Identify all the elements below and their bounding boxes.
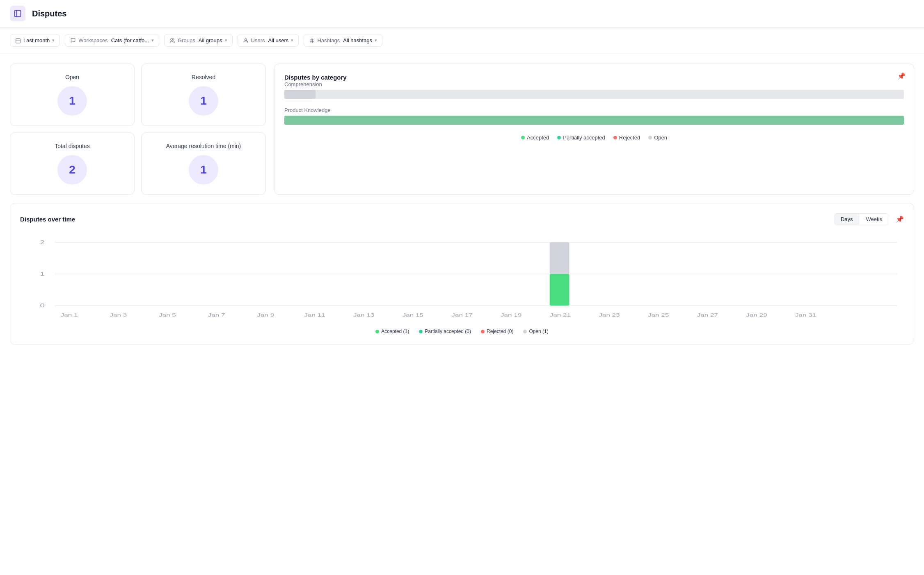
chart-rejected-dot — [481, 330, 485, 333]
total-stat-label: Total disputes — [55, 143, 90, 149]
users-filter-value: All users — [268, 37, 289, 43]
comprehension-bar-row: Comprehension — [284, 81, 904, 99]
legend-rejected-label: Rejected — [619, 135, 640, 141]
svg-text:0: 0 — [40, 302, 44, 308]
sidebar-toggle-button[interactable] — [10, 6, 25, 21]
legend-open: Open — [648, 135, 667, 141]
chart-legend-open: Open (1) — [523, 329, 548, 334]
filter-bar: Last month ▾ Workspaces Cats (for catfo.… — [0, 27, 924, 54]
svg-text:Jan 27: Jan 27 — [697, 313, 718, 318]
disputes-by-category-card: Disputes by category 📌 Comprehension Pro… — [274, 64, 914, 195]
open-stat-card: Open 1 — [10, 64, 135, 126]
time-chart-svg: 2 1 0 Jan 1 Jan 3 Jan 5 Jan 7 Jan 9 Jan … — [20, 233, 904, 324]
pin-icon-time[interactable]: 📌 — [896, 215, 904, 223]
product-knowledge-bar-row: Product Knowledge — [284, 107, 904, 125]
resolved-stat-value: 1 — [200, 94, 207, 107]
legend-partial-label: Partially accepted — [563, 135, 605, 141]
total-stat-value: 2 — [69, 163, 75, 176]
time-toggle: Days Weeks — [834, 213, 889, 225]
open-stat-circle: 1 — [57, 86, 87, 116]
time-filter-button[interactable]: Last month ▾ — [10, 34, 60, 47]
legend-open-label: Open — [654, 135, 667, 141]
legend-rejected: Rejected — [613, 135, 640, 141]
stat-cards: Open 1 Resolved 1 Total disputes 2 Avera… — [10, 64, 266, 195]
chart-legend-accepted: Accepted (1) — [375, 329, 409, 334]
accepted-dot — [521, 136, 525, 139]
users-filter-button[interactable]: Users All users ▾ — [238, 34, 299, 47]
comprehension-bar-track — [284, 90, 904, 99]
category-legend: Accepted Partially accepted Rejected Ope… — [284, 135, 904, 141]
svg-rect-0 — [15, 11, 21, 17]
product-knowledge-bar-fill — [284, 116, 904, 125]
chart-accepted-label: Accepted (1) — [381, 329, 409, 334]
groups-icon — [169, 38, 175, 43]
page-title: Disputes — [32, 9, 66, 18]
legend-partial: Partially accepted — [557, 135, 605, 141]
flag-icon — [70, 38, 76, 43]
open-bar — [550, 242, 569, 274]
svg-line-11 — [311, 38, 311, 43]
svg-text:Jan 21: Jan 21 — [550, 313, 571, 318]
avg-stat-circle: 1 — [189, 155, 218, 185]
avg-stat-card: Average resolution time (min) 1 — [141, 132, 266, 195]
accepted-bar — [550, 274, 569, 306]
open-stat-label: Open — [65, 74, 79, 80]
partial-dot — [557, 136, 561, 139]
time-card-header: Disputes over time Days Weeks 📌 — [20, 213, 904, 225]
chart-partial-label: Partially accepted (0) — [425, 329, 471, 334]
resolved-stat-card: Resolved 1 — [141, 64, 266, 126]
chevron-down-icon: ▾ — [151, 38, 154, 43]
users-icon — [243, 38, 249, 43]
pin-icon[interactable]: 📌 — [897, 72, 906, 80]
legend-accepted-label: Accepted — [527, 135, 549, 141]
svg-text:Jan 3: Jan 3 — [110, 313, 127, 318]
total-stat-card: Total disputes 2 — [10, 132, 135, 195]
svg-text:Jan 15: Jan 15 — [403, 313, 423, 318]
open-stat-value: 1 — [69, 94, 75, 107]
chevron-down-icon: ▾ — [291, 38, 293, 43]
calendar-icon — [15, 38, 21, 43]
chart-legend-partial: Partially accepted (0) — [419, 329, 471, 334]
chart-legend: Accepted (1) Partially accepted (0) Reje… — [20, 329, 904, 334]
chevron-down-icon: ▾ — [375, 38, 377, 43]
open-dot — [648, 136, 652, 139]
svg-rect-2 — [16, 39, 21, 43]
svg-text:2: 2 — [40, 239, 44, 245]
svg-line-12 — [313, 38, 313, 43]
svg-text:Jan 13: Jan 13 — [353, 313, 374, 318]
chart-partial-dot — [419, 330, 423, 333]
avg-stat-label: Average resolution time (min) — [166, 143, 241, 149]
total-stat-circle: 2 — [57, 155, 87, 185]
chevron-down-icon: ▾ — [52, 38, 55, 43]
rejected-dot — [613, 136, 617, 139]
chart-open-dot — [523, 330, 527, 333]
main-content: Open 1 Resolved 1 Total disputes 2 Avera… — [0, 54, 924, 354]
workspaces-filter-value: Cats (for catfo... — [111, 37, 149, 43]
hashtags-filter-value: All hashtags — [343, 37, 372, 43]
svg-text:Jan 9: Jan 9 — [257, 313, 274, 318]
comprehension-label: Comprehension — [284, 81, 904, 87]
weeks-toggle-button[interactable]: Weeks — [860, 214, 889, 225]
groups-filter-button[interactable]: Groups All groups ▾ — [164, 34, 232, 47]
svg-text:Jan 7: Jan 7 — [208, 313, 225, 318]
svg-text:Jan 11: Jan 11 — [304, 313, 325, 318]
legend-accepted: Accepted — [521, 135, 549, 141]
svg-text:Jan 23: Jan 23 — [599, 313, 620, 318]
time-card-actions: Days Weeks 📌 — [834, 213, 904, 225]
groups-filter-value: All groups — [199, 37, 222, 43]
chart-legend-rejected: Rejected (0) — [481, 329, 513, 334]
app-header: Disputes — [0, 0, 924, 27]
svg-text:Jan 1: Jan 1 — [61, 313, 78, 318]
resolved-stat-circle: 1 — [189, 86, 218, 116]
chart-area: 2 1 0 Jan 1 Jan 3 Jan 5 Jan 7 Jan 9 Jan … — [20, 233, 904, 324]
svg-point-8 — [245, 39, 247, 41]
svg-text:Jan 31: Jan 31 — [795, 313, 816, 318]
days-toggle-button[interactable]: Days — [834, 214, 860, 225]
svg-point-7 — [171, 38, 173, 40]
workspaces-filter-label: Workspaces — [78, 37, 107, 43]
hashtag-icon — [309, 38, 315, 43]
avg-stat-value: 1 — [200, 163, 207, 176]
hashtags-filter-button[interactable]: Hashtags All hashtags ▾ — [304, 34, 382, 47]
workspaces-filter-button[interactable]: Workspaces Cats (for catfo... ▾ — [65, 34, 159, 47]
resolved-stat-label: Resolved — [192, 74, 215, 80]
